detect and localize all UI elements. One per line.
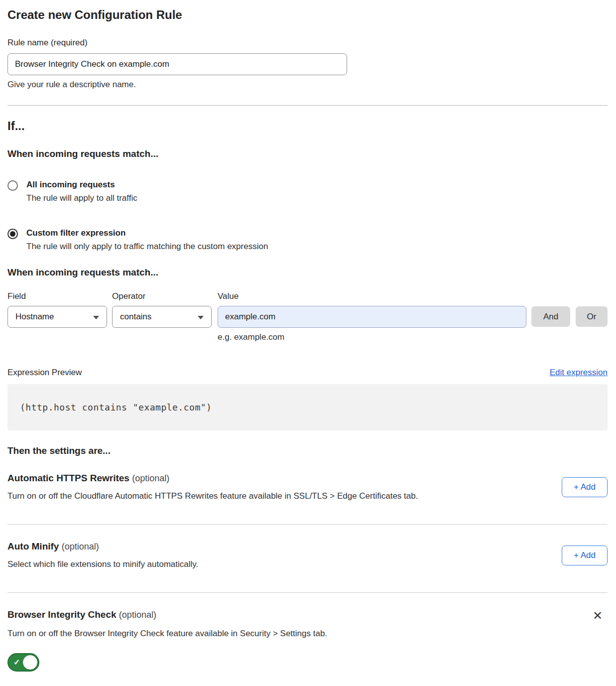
setting-title: Browser Integrity Check (7, 609, 117, 620)
add-auto-minify-button[interactable]: + Add (562, 546, 608, 565)
section-divider (7, 105, 608, 106)
setting-description: Select which file extensions to minify a… (7, 559, 198, 569)
expression-builder-row: Hostname contains And Or (7, 306, 608, 328)
expression-preview-code: (http.host contains "example.com") (7, 384, 608, 430)
field-select[interactable]: Hostname (7, 306, 107, 328)
setting-description: Turn on or off the Browser Integrity Che… (7, 629, 608, 639)
expression-builder-labels: Field Operator Value (7, 291, 608, 301)
setting-auto-minify: Auto Minify (optional) Select which file… (7, 525, 608, 593)
setting-browser-integrity-check: Browser Integrity Check (optional) ✕ Tur… (7, 593, 608, 673)
field-select-value: Hostname (15, 312, 54, 322)
setting-optional-tag: (optional) (132, 473, 169, 483)
add-automatic-https-rewrites-button[interactable]: + Add (562, 477, 608, 497)
create-configuration-rule-form: Create new Configuration Rule Rule name … (0, 8, 616, 686)
rule-name-label: Rule name (required) (7, 38, 608, 48)
chevron-down-icon (198, 316, 204, 319)
radio-button-icon[interactable] (7, 229, 18, 239)
radio-button-icon[interactable] (7, 180, 18, 191)
chevron-down-icon (93, 316, 99, 319)
and-button[interactable]: And (531, 306, 570, 327)
setting-automatic-https-rewrites: Automatic HTTPS Rewrites (optional) Turn… (7, 456, 608, 525)
if-heading: If... (7, 119, 608, 133)
radio-option-all-incoming-requests[interactable]: All incoming requests The rule will appl… (7, 180, 608, 203)
incoming-requests-heading: When incoming requests match... (7, 148, 608, 159)
rule-name-helper: Give your rule a descriptive name. (7, 80, 608, 90)
close-icon[interactable]: ✕ (593, 610, 603, 621)
value-label: Value (218, 291, 239, 301)
radio-description: The rule will apply to all traffic (26, 193, 137, 203)
page-title: Create new Configuration Rule (7, 8, 608, 22)
setting-optional-tag: (optional) (119, 610, 156, 620)
setting-title: Auto Minify (7, 541, 59, 551)
radio-label: Custom filter expression (26, 228, 268, 238)
radio-option-custom-filter-expression[interactable]: Custom filter expression The rule will o… (7, 228, 608, 252)
operator-select-value: contains (120, 312, 151, 322)
value-helper: e.g. example.com (218, 332, 608, 342)
setting-title: Automatic HTTPS Rewrites (7, 473, 129, 483)
then-settings-heading: Then the settings are... (7, 445, 608, 456)
toggle-knob (22, 655, 38, 670)
expression-builder-heading: When incoming requests match... (7, 267, 608, 278)
or-button[interactable]: Or (576, 306, 608, 327)
operator-label: Operator (112, 291, 218, 301)
value-input[interactable] (218, 306, 526, 328)
operator-select[interactable]: contains (112, 306, 212, 328)
rule-name-input[interactable] (7, 53, 347, 75)
browser-integrity-toggle[interactable]: ✓ (7, 653, 39, 672)
setting-optional-tag: (optional) (62, 542, 99, 551)
radio-label: All incoming requests (26, 180, 137, 190)
radio-description: The rule will only apply to traffic matc… (26, 242, 268, 252)
check-icon: ✓ (13, 658, 20, 667)
field-label: Field (7, 291, 112, 301)
expression-preview-label: Expression Preview (7, 368, 82, 378)
edit-expression-link[interactable]: Edit expression (550, 368, 608, 378)
setting-description: Turn on or off the Cloudflare Automatic … (7, 491, 418, 501)
expression-preview-header: Expression Preview Edit expression (7, 368, 608, 378)
